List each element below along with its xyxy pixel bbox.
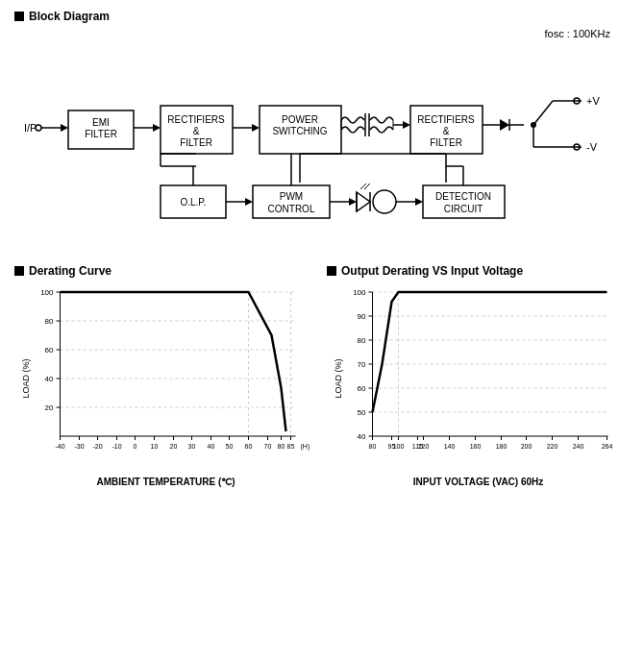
- svg-text:-10: -10: [111, 443, 121, 450]
- derating-chart: LOAD (%) 100 80 60 40 20: [14, 282, 317, 475]
- diagram-container: I/P EMI FILTER RECTIFIERS & FILTER: [14, 43, 630, 255]
- svg-text:50: 50: [226, 443, 234, 450]
- svg-text:264: 264: [602, 443, 613, 450]
- svg-text:FILTER: FILTER: [85, 129, 117, 139]
- svg-text:90: 90: [358, 312, 366, 321]
- svg-text:240: 240: [573, 443, 584, 450]
- svg-text:30: 30: [188, 443, 196, 450]
- svg-text:140: 140: [444, 443, 456, 450]
- svg-text:-20: -20: [92, 443, 102, 450]
- svg-text:&: &: [193, 126, 200, 136]
- svg-text:120: 120: [418, 443, 430, 450]
- block-diagram-icon: [14, 12, 24, 21]
- svg-text:LOAD (%): LOAD (%): [21, 358, 31, 398]
- svg-marker-25: [403, 121, 410, 129]
- svg-text:+V: +V: [586, 95, 600, 107]
- svg-text:50: 50: [358, 408, 366, 417]
- output-derating-section: Output Derating VS Input Voltage LOAD (%…: [327, 264, 630, 487]
- block-diagram-header: Block Diagram: [14, 10, 630, 23]
- output-derating-title: Output Derating VS Input Voltage: [341, 264, 523, 278]
- svg-marker-31: [500, 119, 509, 131]
- svg-text:100: 100: [40, 288, 54, 297]
- svg-text:220: 220: [547, 443, 558, 450]
- svg-point-60: [373, 190, 396, 213]
- svg-text:70: 70: [264, 443, 272, 450]
- output-derating-icon: [327, 266, 336, 276]
- svg-text:CIRCUIT: CIRCUIT: [444, 204, 483, 214]
- svg-marker-14: [252, 124, 260, 132]
- svg-text:40: 40: [208, 443, 215, 450]
- svg-text:80: 80: [369, 443, 377, 450]
- svg-text:-V: -V: [586, 141, 598, 153]
- svg-text:40: 40: [358, 432, 366, 441]
- svg-text:100: 100: [353, 288, 366, 297]
- svg-text:20: 20: [45, 404, 54, 412]
- derating-x-label: AMBIENT TEMPERATURE (℃): [14, 477, 317, 487]
- svg-text:60: 60: [358, 384, 366, 393]
- svg-text:FILTER: FILTER: [180, 137, 212, 148]
- svg-text:RECTIFIERS: RECTIFIERS: [417, 114, 475, 125]
- derating-header: Derating Curve: [14, 264, 317, 278]
- svg-marker-56: [357, 192, 370, 211]
- output-derating-svg: LOAD (%) 100 90 80: [327, 282, 630, 475]
- block-diagram-section: Block Diagram fosc : 100KHz I/P EMI FILT…: [14, 10, 630, 255]
- svg-text:LOAD (%): LOAD (%): [334, 358, 343, 398]
- svg-text:70: 70: [358, 360, 366, 369]
- svg-text:RECTIFIERS: RECTIFIERS: [167, 114, 225, 125]
- svg-text:O.L.P.: O.L.P.: [180, 197, 206, 208]
- svg-text:-30: -30: [74, 443, 84, 450]
- svg-text:80: 80: [45, 317, 54, 326]
- svg-text:85: 85: [287, 443, 295, 450]
- derating-svg: LOAD (%) 100 80 60 40 20: [14, 282, 317, 475]
- svg-text:CONTROL: CONTROL: [268, 204, 315, 214]
- svg-text:&: &: [443, 126, 450, 136]
- svg-text:EMI: EMI: [92, 117, 110, 128]
- block-diagram-svg: I/P EMI FILTER RECTIFIERS & FILTER: [14, 43, 630, 255]
- svg-text:40: 40: [45, 375, 54, 383]
- svg-text:160: 160: [470, 443, 482, 450]
- svg-text:100: 100: [393, 443, 405, 450]
- output-derating-x-label: INPUT VOLTAGE (VAC) 60Hz: [327, 477, 630, 487]
- svg-marker-54: [349, 198, 357, 206]
- svg-text:80: 80: [278, 443, 285, 450]
- block-diagram-title: Block Diagram: [29, 10, 110, 23]
- svg-text:20: 20: [170, 443, 178, 450]
- derating-section: Derating Curve LOAD (%) 100 80: [14, 264, 317, 487]
- svg-text:10: 10: [151, 443, 159, 450]
- svg-text:60: 60: [45, 346, 54, 355]
- svg-text:DETECTION: DETECTION: [435, 191, 491, 202]
- svg-text:60: 60: [245, 443, 253, 450]
- svg-text:SWITCHING: SWITCHING: [272, 126, 327, 136]
- output-derating-header: Output Derating VS Input Voltage: [327, 264, 630, 278]
- svg-text:(H): (H): [301, 443, 310, 451]
- svg-marker-62: [415, 198, 423, 206]
- derating-icon: [14, 266, 24, 276]
- svg-text:80: 80: [358, 336, 366, 345]
- svg-text:180: 180: [496, 443, 508, 450]
- svg-line-35: [533, 101, 553, 125]
- bottom-sections: Derating Curve LOAD (%) 100 80: [14, 264, 630, 487]
- svg-text:POWER: POWER: [282, 114, 318, 125]
- svg-text:PWM: PWM: [280, 191, 303, 202]
- derating-title: Derating Curve: [29, 264, 111, 278]
- page: Block Diagram fosc : 100KHz I/P EMI FILT…: [0, 0, 644, 661]
- svg-text:FILTER: FILTER: [430, 137, 462, 148]
- svg-marker-2: [61, 124, 68, 132]
- fosc-label: fosc : 100KHz: [14, 28, 630, 39]
- svg-marker-49: [245, 198, 253, 206]
- output-derating-chart: LOAD (%) 100 90 80: [327, 282, 630, 475]
- svg-marker-8: [153, 124, 161, 132]
- svg-text:200: 200: [521, 443, 533, 450]
- svg-text:0: 0: [134, 443, 137, 450]
- svg-text:-40: -40: [55, 443, 64, 450]
